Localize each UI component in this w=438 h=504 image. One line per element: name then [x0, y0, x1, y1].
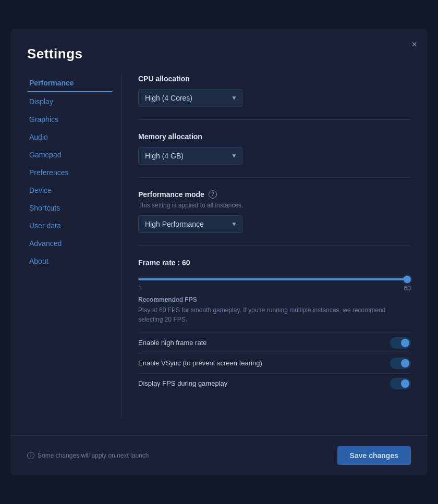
sidebar-item-graphics[interactable]: Graphics	[27, 111, 113, 128]
footer-note: i Some changes will apply on next launch	[27, 452, 149, 459]
toggle-row-high-frame-rate: Enable high frame rate	[138, 333, 411, 353]
frame-rate-slider[interactable]	[138, 278, 411, 280]
performance-mode-select[interactable]: Power Saver Balanced High Performance Ul…	[138, 215, 242, 233]
performance-mode-header: Performance mode ?	[138, 190, 411, 199]
toggle-row-vsync: Enable VSync (to prevent screen tearing)	[138, 353, 411, 373]
sidebar-item-performance[interactable]: Performance	[27, 75, 113, 92]
close-button[interactable]: ×	[409, 38, 419, 51]
performance-mode-help-icon[interactable]: ?	[209, 190, 217, 199]
frame-rate-section: Frame rate : 60 1 60 Recommended FPS Pla…	[138, 259, 411, 406]
sidebar: Performance Display Graphics Audio Gamep…	[27, 75, 121, 419]
sidebar-item-audio[interactable]: Audio	[27, 129, 113, 145]
modal-footer: i Some changes will apply on next launch…	[10, 435, 428, 475]
memory-allocation-select-wrapper: Low (1 GB) Medium (2 GB) High (4 GB) Ult…	[138, 147, 242, 165]
sidebar-item-user-data[interactable]: User data	[27, 217, 113, 234]
sidebar-item-gamepad[interactable]: Gamepad	[27, 146, 113, 163]
modal-overlay: × Settings Performance Display Graphics …	[0, 0, 438, 504]
frame-rate-slider-labels: 1 60	[138, 285, 411, 292]
modal-title: Settings	[10, 29, 428, 75]
performance-mode-subtext: This setting is applied to all instances…	[138, 202, 411, 209]
frame-rate-max-label: 60	[404, 285, 411, 292]
toggle-label-high-frame-rate: Enable high frame rate	[138, 339, 207, 347]
memory-allocation-select[interactable]: Low (1 GB) Medium (2 GB) High (4 GB) Ult…	[138, 147, 242, 165]
memory-allocation-label: Memory allocation	[138, 132, 411, 141]
fps-recommended-title: Recommended FPS	[138, 296, 411, 303]
sidebar-item-device[interactable]: Device	[27, 182, 113, 199]
frame-rate-slider-container	[138, 273, 411, 282]
frame-rate-label: Frame rate : 60	[138, 259, 411, 267]
toggle-high-frame-rate[interactable]	[390, 337, 411, 349]
toggle-slider-vsync	[390, 358, 411, 369]
modal-body: Performance Display Graphics Audio Gamep…	[10, 75, 428, 435]
sidebar-item-shortcuts[interactable]: Shortcuts	[27, 200, 113, 216]
settings-modal: × Settings Performance Display Graphics …	[10, 29, 428, 475]
footer-info-icon: i	[27, 452, 34, 459]
memory-allocation-section: Memory allocation Low (1 GB) Medium (2 G…	[138, 132, 411, 178]
sidebar-item-display[interactable]: Display	[27, 93, 113, 110]
save-changes-button[interactable]: Save changes	[337, 446, 411, 465]
toggle-label-display-fps: Display FPS during gameplay	[138, 379, 227, 387]
performance-mode-label: Performance mode	[138, 190, 204, 199]
cpu-allocation-label: CPU allocation	[138, 75, 411, 83]
cpu-allocation-section: CPU allocation Low (1 Core) Medium (2 Co…	[138, 75, 411, 120]
toggle-vsync[interactable]	[390, 358, 411, 369]
toggle-display-fps[interactable]	[390, 378, 411, 389]
frame-rate-min-label: 1	[138, 285, 142, 292]
sidebar-item-advanced[interactable]: Advanced	[27, 235, 113, 252]
sidebar-item-preferences[interactable]: Preferences	[27, 164, 113, 181]
toggle-label-vsync: Enable VSync (to prevent screen tearing)	[138, 359, 262, 367]
toggle-slider-high-frame-rate	[390, 337, 411, 349]
performance-mode-section: Performance mode ? This setting is appli…	[138, 190, 411, 246]
fps-recommended-text: Play at 60 FPS for smooth gameplay. If y…	[138, 305, 411, 324]
cpu-allocation-select[interactable]: Low (1 Core) Medium (2 Cores) High (4 Co…	[138, 89, 242, 107]
sidebar-item-about[interactable]: About	[27, 253, 113, 269]
performance-mode-select-wrapper: Power Saver Balanced High Performance Ul…	[138, 215, 242, 233]
settings-content: CPU allocation Low (1 Core) Medium (2 Co…	[121, 75, 411, 419]
toggle-slider-display-fps	[390, 378, 411, 389]
cpu-allocation-select-wrapper: Low (1 Core) Medium (2 Cores) High (4 Co…	[138, 89, 242, 107]
footer-note-text: Some changes will apply on next launch	[38, 452, 149, 459]
toggle-row-display-fps: Display FPS during gameplay	[138, 373, 411, 394]
